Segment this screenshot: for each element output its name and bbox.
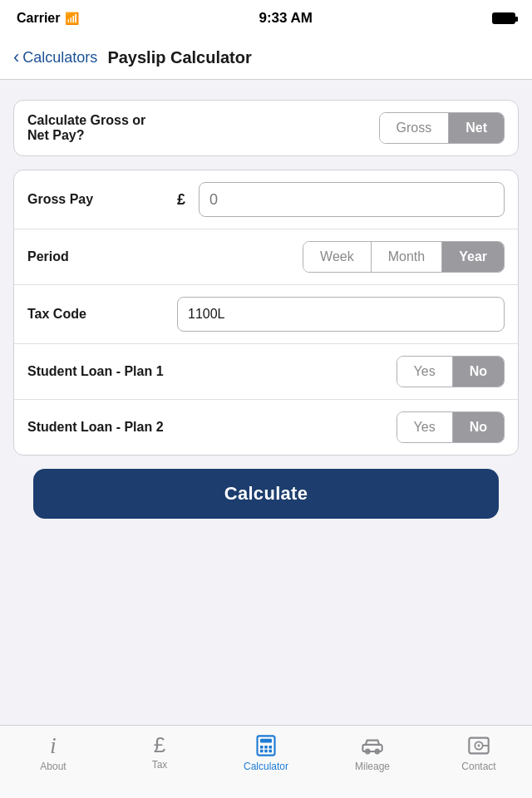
main-card: Gross Pay £ Period Week Month Year Tax C… bbox=[13, 170, 519, 456]
nav-bar: ‹ Calculators Payslip Calculator bbox=[0, 37, 532, 80]
svg-rect-4 bbox=[269, 746, 273, 749]
period-label: Period bbox=[27, 249, 177, 264]
svg-rect-5 bbox=[260, 750, 264, 753]
tab-about-label: About bbox=[40, 761, 66, 772]
student-loan-1-yes[interactable]: Yes bbox=[397, 357, 453, 387]
gross-pay-label: Gross Pay bbox=[27, 192, 177, 207]
year-option[interactable]: Year bbox=[442, 242, 504, 272]
student-loan-1-segmented: Yes No bbox=[397, 356, 505, 387]
gross-net-row: Calculate Gross orNet Pay? Gross Net bbox=[14, 101, 518, 155]
student-loan-1-row: Student Loan - Plan 1 Yes No bbox=[14, 344, 518, 400]
gross-pay-control: £ bbox=[177, 182, 505, 217]
gross-option[interactable]: Gross bbox=[380, 113, 450, 143]
svg-rect-1 bbox=[260, 739, 272, 743]
svg-rect-6 bbox=[264, 750, 268, 753]
net-option[interactable]: Net bbox=[449, 113, 504, 143]
student-loan-1-label: Student Loan - Plan 1 bbox=[27, 364, 177, 379]
student-loan-2-yes[interactable]: Yes bbox=[397, 412, 453, 442]
tab-calculator[interactable]: Calculator bbox=[213, 734, 319, 772]
period-row: Period Week Month Year bbox=[14, 229, 518, 285]
student-loan-2-no[interactable]: No bbox=[453, 412, 504, 442]
period-segmented: Week Month Year bbox=[303, 241, 505, 273]
battery-icon bbox=[492, 12, 515, 24]
gross-pay-input-wrapper bbox=[199, 182, 505, 217]
gross-net-segmented: Gross Net bbox=[379, 112, 505, 144]
student-loan-1-control: Yes No bbox=[177, 356, 505, 387]
tab-bar: i About £ Tax Calculator Mileage bbox=[0, 725, 532, 798]
period-control: Week Month Year bbox=[177, 241, 505, 273]
pound-sign: £ bbox=[177, 191, 185, 209]
week-option[interactable]: Week bbox=[303, 242, 372, 272]
status-time: 9:33 AM bbox=[259, 10, 313, 27]
mileage-car-icon bbox=[361, 734, 384, 757]
student-loan-2-segmented: Yes No bbox=[397, 411, 505, 443]
status-bar: Carrier 📶 9:33 AM bbox=[0, 0, 532, 37]
carrier-info: Carrier 📶 bbox=[17, 11, 79, 26]
student-loan-1-no[interactable]: No bbox=[453, 357, 504, 387]
tab-contact-label: Contact bbox=[461, 761, 495, 772]
contact-mail-icon bbox=[467, 734, 490, 757]
tab-calculator-label: Calculator bbox=[244, 761, 288, 772]
student-loan-2-label: Student Loan - Plan 2 bbox=[27, 420, 177, 435]
tab-tax-label: Tax bbox=[152, 759, 168, 771]
tab-about[interactable]: i About bbox=[0, 734, 106, 772]
tax-code-control bbox=[177, 297, 505, 332]
separator-top bbox=[0, 80, 532, 100]
back-button[interactable]: ‹ Calculators bbox=[13, 49, 97, 66]
chevron-left-icon: ‹ bbox=[13, 48, 19, 66]
page-title: Payslip Calculator bbox=[107, 48, 251, 67]
about-icon: i bbox=[50, 734, 57, 757]
student-loan-2-control: Yes No bbox=[177, 411, 505, 443]
svg-point-13 bbox=[478, 745, 480, 747]
gross-net-control: Gross Net bbox=[177, 112, 505, 144]
month-option[interactable]: Month bbox=[372, 242, 442, 272]
gross-pay-row: Gross Pay £ bbox=[14, 170, 518, 229]
tax-code-label: Tax Code bbox=[27, 307, 177, 322]
tab-mileage-label: Mileage bbox=[355, 761, 390, 772]
tax-icon: £ bbox=[154, 734, 165, 756]
student-loan-2-row: Student Loan - Plan 2 Yes No bbox=[14, 400, 518, 455]
tab-tax[interactable]: £ Tax bbox=[106, 734, 213, 771]
calculate-button[interactable]: Calculate bbox=[33, 469, 499, 519]
carrier-text: Carrier bbox=[17, 11, 60, 26]
gross-net-card: Calculate Gross orNet Pay? Gross Net bbox=[13, 100, 519, 156]
calculator-icon bbox=[254, 734, 278, 757]
tab-contact[interactable]: Contact bbox=[426, 734, 532, 772]
tax-code-row: Tax Code bbox=[14, 285, 518, 344]
tax-code-input[interactable] bbox=[177, 297, 505, 332]
gross-pay-input[interactable] bbox=[209, 191, 494, 209]
svg-rect-7 bbox=[269, 750, 273, 753]
svg-rect-2 bbox=[260, 746, 264, 749]
svg-rect-3 bbox=[264, 746, 268, 749]
tab-mileage[interactable]: Mileage bbox=[319, 734, 426, 772]
back-label[interactable]: Calculators bbox=[22, 49, 97, 66]
wifi-icon: 📶 bbox=[65, 12, 79, 25]
gross-net-label: Calculate Gross orNet Pay? bbox=[27, 113, 177, 143]
